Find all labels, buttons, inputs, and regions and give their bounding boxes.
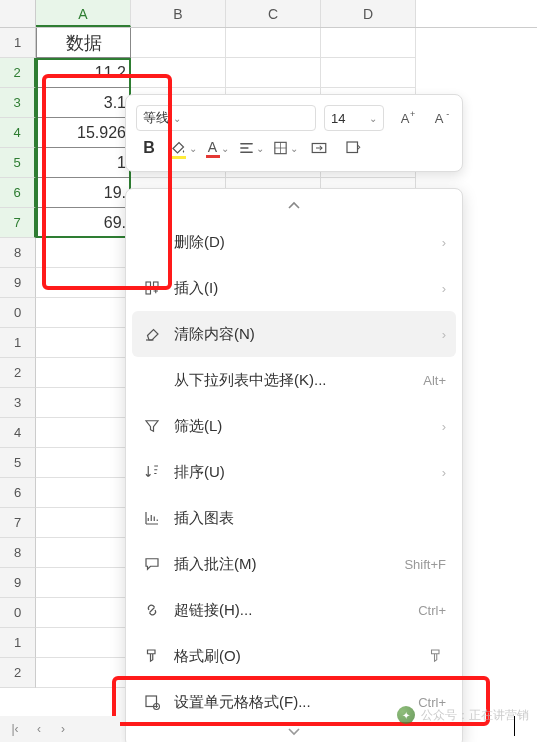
menu-label: 设置单元格格式(F)...	[174, 693, 406, 712]
row-header[interactable]: 2	[0, 58, 36, 88]
menu-clear-contents[interactable]: 清除内容(N) ›	[132, 311, 456, 357]
decrease-font-button[interactable]: A-	[426, 105, 452, 131]
cell[interactable]	[36, 478, 131, 508]
mini-toolbar: 等线 ⌄ 14 ⌄ A+ A- B ⌄ A ⌄ ⌄	[125, 94, 463, 172]
menu-delete[interactable]: 删除(D) ›	[126, 219, 462, 265]
cell[interactable]	[226, 58, 321, 88]
row-header[interactable]: 5	[0, 448, 36, 478]
cell-a4[interactable]: 15.926	[36, 118, 131, 148]
format-button[interactable]	[340, 135, 366, 161]
font-family-label: 等线	[143, 109, 169, 127]
menu-label: 超链接(H)...	[174, 601, 406, 620]
cell-a2[interactable]: 11.2	[36, 58, 131, 88]
increase-font-button[interactable]: A+	[392, 105, 418, 131]
row-header[interactable]: 6	[0, 178, 36, 208]
row-header[interactable]: 0	[0, 298, 36, 328]
cell[interactable]	[36, 358, 131, 388]
row-header[interactable]: 0	[0, 598, 36, 628]
merge-button[interactable]	[306, 135, 332, 161]
cell[interactable]	[36, 268, 131, 298]
menu-label: 排序(U)	[174, 463, 430, 482]
cell[interactable]	[36, 538, 131, 568]
select-all-corner[interactable]	[0, 0, 36, 27]
fill-color-button[interactable]: ⌄	[170, 135, 196, 161]
cell[interactable]	[36, 418, 131, 448]
row-header[interactable]: 5	[0, 148, 36, 178]
menu-format-painter[interactable]: 格式刷(O)	[126, 633, 462, 679]
first-sheet-button[interactable]: |‹	[6, 720, 24, 738]
row-header[interactable]: 8	[0, 238, 36, 268]
menu-insert[interactable]: 插入(I) ›	[126, 265, 462, 311]
column-header-a[interactable]: A	[36, 0, 131, 27]
row-header[interactable]: 4	[0, 418, 36, 448]
font-color-button[interactable]: A ⌄	[204, 135, 230, 161]
cell[interactable]	[36, 298, 131, 328]
menu-label: 从下拉列表中选择(K)...	[174, 371, 411, 390]
cell-a3[interactable]: 3.1	[36, 88, 131, 118]
cell[interactable]	[36, 598, 131, 628]
cell-a5[interactable]: 1	[36, 148, 131, 178]
next-sheet-button[interactable]: ›	[54, 720, 72, 738]
menu-insert-chart[interactable]: 插入图表	[126, 495, 462, 541]
cell-a7[interactable]: 69.	[36, 208, 131, 238]
cell[interactable]	[321, 58, 416, 88]
svg-rect-3	[146, 282, 151, 287]
menu-dropdown-select[interactable]: 从下拉列表中选择(K)... Alt+	[126, 357, 462, 403]
cell-a1[interactable]: 数据	[36, 28, 131, 58]
column-header-b[interactable]: B	[131, 0, 226, 27]
row-header[interactable]: 2	[0, 358, 36, 388]
menu-label: 格式刷(O)	[174, 647, 414, 666]
menu-insert-comment[interactable]: 插入批注(M) Shift+F	[126, 541, 462, 587]
cell-format-icon	[142, 692, 162, 712]
menu-label: 清除内容(N)	[174, 325, 430, 344]
cell[interactable]	[36, 448, 131, 478]
cell[interactable]	[36, 328, 131, 358]
menu-filter[interactable]: 筛选(L) ›	[126, 403, 462, 449]
row-header[interactable]: 6	[0, 478, 36, 508]
bold-button[interactable]: B	[136, 135, 162, 161]
row-header[interactable]: 9	[0, 268, 36, 298]
cell[interactable]	[131, 58, 226, 88]
row-header[interactable]: 9	[0, 568, 36, 598]
font-size-select[interactable]: 14 ⌄	[324, 105, 384, 131]
row-header[interactable]: 1	[0, 628, 36, 658]
align-button[interactable]: ⌄	[238, 135, 264, 161]
prev-sheet-button[interactable]: ‹	[30, 720, 48, 738]
row-header[interactable]: 1	[0, 328, 36, 358]
cell[interactable]	[36, 628, 131, 658]
cell[interactable]	[321, 28, 416, 58]
column-header-c[interactable]: C	[226, 0, 321, 27]
cell[interactable]	[36, 388, 131, 418]
column-header-d[interactable]: D	[321, 0, 416, 27]
cell[interactable]	[36, 238, 131, 268]
cell[interactable]	[131, 28, 226, 58]
font-family-select[interactable]: 等线 ⌄	[136, 105, 316, 131]
chart-icon	[142, 508, 162, 528]
filter-icon	[142, 416, 162, 436]
row-header[interactable]: 2	[0, 658, 36, 688]
row-header[interactable]: 4	[0, 118, 36, 148]
cell-a6[interactable]: 19.	[36, 178, 131, 208]
collapse-up-button[interactable]	[126, 195, 462, 219]
menu-label: 插入批注(M)	[174, 555, 392, 574]
row-header[interactable]: 3	[0, 88, 36, 118]
cell[interactable]	[36, 508, 131, 538]
cell[interactable]	[36, 568, 131, 598]
expand-down-button[interactable]	[126, 725, 462, 741]
row-header[interactable]: 7	[0, 508, 36, 538]
menu-sort[interactable]: 排序(U) ›	[126, 449, 462, 495]
cell[interactable]	[226, 28, 321, 58]
menu-label: 删除(D)	[174, 233, 430, 252]
paintbrush-plus-icon	[426, 646, 446, 666]
border-button[interactable]: ⌄	[272, 135, 298, 161]
row-header[interactable]: 7	[0, 208, 36, 238]
menu-hyperlink[interactable]: 超链接(H)... Ctrl+	[126, 587, 462, 633]
row-header[interactable]: 8	[0, 538, 36, 568]
chevron-up-icon	[287, 201, 301, 211]
context-menu: 删除(D) › 插入(I) › 清除内容(N) › 从下拉列表中选择(K)...…	[125, 188, 463, 742]
column-headers: A B C D	[0, 0, 537, 28]
cell[interactable]	[36, 658, 131, 688]
row-header[interactable]: 3	[0, 388, 36, 418]
row-header[interactable]: 1	[0, 28, 36, 58]
chevron-right-icon: ›	[442, 465, 446, 480]
